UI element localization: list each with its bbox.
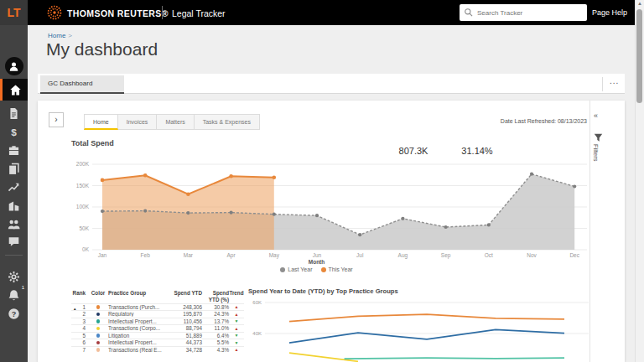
total-spend-chart[interactable]: 0K50K100K150K200KJanFebMarAprMayJunJulAu… [42,156,591,263]
svg-text:Jun: Jun [313,252,322,258]
sidebar-item-trend-line[interactable] [0,178,28,196]
sidebar-item-dollar[interactable]: $ [0,122,28,141]
tab-matters[interactable]: Matters [157,114,194,130]
documents-icon [8,163,20,175]
svg-text:Jan: Jan [98,252,107,258]
table-row[interactable]: 2Regulatory195,87024.3%▲ [71,310,244,318]
scrollbar-up-icon[interactable]: ▲ [636,1,644,6]
legend-item-this-year[interactable]: This Year [321,266,353,272]
table-row[interactable]: 6Intellectual Propert...44,3735.5%▼ [71,339,244,346]
thomson-reuters-logo-icon [47,5,62,20]
app-root: LT THOMSON REUTERS® Legal Tracker Page H… [0,0,644,362]
scrollbar-thumb[interactable] [636,9,642,103]
svg-text:50K: 50K [79,225,89,231]
chart-legend: Last YearThis Year [42,266,591,272]
trend-down-icon: ▼ [229,340,244,345]
trend-line-icon [8,181,20,194]
sort-ascending-icon[interactable]: ▲ [73,307,76,311]
table-row[interactable]: 7Transactions (Real E...34,7284.3%▲ [71,346,244,354]
svg-text:150K: 150K [76,183,90,189]
sidebar-item-document[interactable] [0,104,28,122]
svg-text:$: $ [11,126,17,137]
series-color-dot [96,341,101,345]
sidebar-item-chat[interactable] [0,232,28,251]
search-box[interactable] [460,4,587,21]
svg-text:40K: 40K [252,331,262,336]
notification-badge: 1 [22,285,24,290]
spend-ytd-chart-title: Spend Year to Date (YTD) by Top Practice… [248,287,398,295]
svg-text:May: May [269,252,280,259]
column-header-spend-ytd-[interactable]: Spend YTD (%) [202,290,229,303]
topbar-divider [162,6,163,19]
sidebar-item-home[interactable] [0,79,28,101]
practice-group-table: RankColorPractice GroupSpend YTDSpend YT… [71,290,244,353]
trend-up-icon: ▲ [229,326,244,331]
trend-down-icon: ▼ [229,333,244,338]
filters-collapse-icon[interactable]: « [594,111,598,120]
series-color-dot [96,334,101,338]
sidebar-item-building[interactable] [0,196,28,215]
trend-up-icon: ▲ [229,347,244,352]
kpi-percent-change: 31.14% [444,146,511,156]
svg-text:Mar: Mar [184,252,194,258]
bell-icon [8,289,20,302]
workspace-strip-divider [602,77,603,91]
more-options-button[interactable]: ... [610,76,619,85]
tab-home[interactable]: Home [84,114,118,130]
breadcrumb: Home> [48,32,72,39]
workspace-tab-gc-dashboard[interactable]: GC Dashboard [40,75,124,94]
column-header-trend[interactable]: Trend [229,290,244,303]
trend-down-icon: ▼ [229,318,244,323]
dollar-icon: $ [8,126,20,138]
svg-text:Aug: Aug [398,252,408,259]
sidebar-item-people[interactable] [0,215,28,233]
series-color-dot [96,305,101,309]
filters-label[interactable]: Filters [592,144,600,161]
date-last-refreshed: Date Last Refreshed: 08/13/2023 [419,118,587,124]
kpi-total-spend-ytd: 807.3K [380,146,447,156]
breadcrumb-separator: > [68,32,72,39]
trend-up-icon: ▲ [229,312,244,317]
filter-funnel-icon[interactable] [594,131,603,140]
left-sidebar: $1? [0,25,28,362]
table-row[interactable]: 5Litigation51,8896.4%▼ [71,332,244,339]
sidebar-item-person[interactable] [0,57,28,75]
legend-dot [321,267,326,272]
svg-text:Apr: Apr [227,252,236,259]
dashboard-tabs: HomeInvoicesMattersTasks & Expenses [84,114,260,130]
search-input[interactable] [477,9,583,17]
svg-text:Oct: Oct [485,252,493,258]
sidebar-item-question[interactable]: ? [0,304,28,323]
svg-text:Feb: Feb [141,252,151,258]
series-color-dot [96,313,101,317]
column-header-spend-ytd[interactable]: Spend YTD [172,290,202,303]
brand-name: THOMSON REUTERS® [67,8,169,18]
sidebar-item-bell[interactable]: 1 [0,286,28,304]
tab-invoices[interactable]: Invoices [118,114,158,130]
x-axis-label: Month [42,259,591,265]
legal-tracker-logo[interactable]: LT [0,0,28,25]
legend-item-last-year[interactable]: Last Year [280,266,312,272]
question-icon: ? [8,308,20,320]
table-row[interactable]: 1Transactions (Purch...248,30630.8%▲ [71,303,244,311]
expand-panel-button[interactable]: › [49,112,64,127]
page-help-button[interactable]: Page Help [592,8,627,17]
sidebar-item-gear[interactable] [0,267,28,286]
trend-up-icon: ▲ [229,304,244,309]
avatar [5,57,23,75]
sidebar-item-briefcase[interactable] [0,141,28,159]
sidebar-item-documents[interactable] [0,159,28,178]
column-header-rank[interactable]: Rank [71,290,88,303]
total-spend-title: Total Spend [71,139,114,147]
building-icon [8,199,20,212]
column-header-color[interactable]: Color [88,290,108,303]
workspace-tab-strip [38,74,625,94]
svg-text:?: ? [12,309,17,318]
column-header-practice-group[interactable]: Practice Group [108,290,172,303]
spend-ytd-chart[interactable]: 60K40K [248,295,594,362]
breadcrumb-home-link[interactable]: Home [48,32,65,39]
table-row[interactable]: 4Transactions (Corpo...88,79411.0%▲ [71,324,244,332]
table-row[interactable]: 3Intellectual Propert...110,45613.7%▼ [71,318,244,325]
tab-tasks-expenses[interactable]: Tasks & Expenses [195,114,260,130]
svg-text:Dec: Dec [569,252,579,258]
